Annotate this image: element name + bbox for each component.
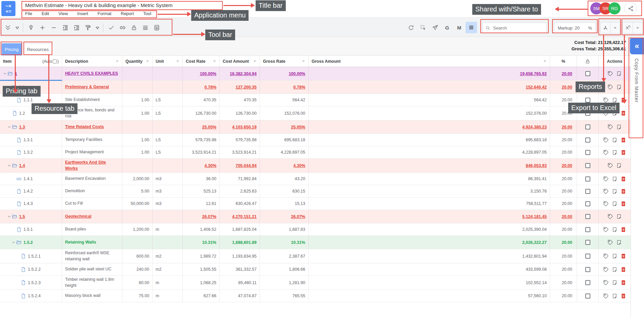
item-cell[interactable]: 1.3.2 [0,146,62,158]
item-cell[interactable]: 1.1 [0,81,62,94]
item-cell[interactable]: 1.5.2.2 [0,263,62,275]
caret-down-icon[interactable] [543,59,547,63]
caret-down-icon[interactable] [302,59,305,63]
gross-rate-cell[interactable]: 43.20 [260,173,309,185]
description-cell[interactable]: Insurance fees, bonds and risk [62,106,122,120]
expand-all-icon[interactable] [2,22,13,33]
row-checkbox[interactable] [585,150,590,155]
google-button[interactable]: G [441,22,453,33]
lock-icon[interactable] [128,22,140,33]
quantity-cell[interactable]: 1.00 [122,146,153,158]
cost-amount-cell[interactable]: 2,625.63 [220,185,260,197]
description-cell[interactable]: HEAVY CIVILS EXAMPLES [62,67,122,80]
unit-cell[interactable]: LS [153,134,183,146]
tag-icon[interactable] [603,176,609,182]
methvin-button[interactable]: M [453,22,465,33]
cost-amount-cell[interactable]: 47,074.87 [220,290,260,302]
note-icon[interactable] [612,110,618,116]
note-icon[interactable] [612,176,618,182]
tag-icon[interactable] [607,214,613,219]
table-row-1.5.2[interactable]: 1.5.2 Retaining Walls 10.31% 1,688,601.8… [0,236,631,249]
indent-icon[interactable] [71,22,82,33]
gross-rate-cell[interactable]: 765.55 [260,290,309,302]
row-checkbox[interactable] [585,227,590,232]
menu-item-report[interactable]: Report [121,11,134,16]
note-icon[interactable] [612,189,618,194]
gross-rate-cell[interactable]: 695,683.18 [260,134,309,146]
description-cell[interactable]: Reinforced earth® MSE retaining wall [62,249,122,263]
description-cell[interactable]: Time Related Costs [62,120,122,134]
tag-icon[interactable] [603,201,609,207]
caret-down-icon[interactable] [176,59,179,63]
row-checkbox[interactable] [585,214,590,219]
description-cell[interactable]: Project Management [62,146,122,158]
gross-amount-cell[interactable]: 152,076.00 [309,106,550,120]
item-cell[interactable]: 1.3.1 [0,134,62,146]
description-cell[interactable]: Soldier pile wall steel UC [62,263,122,275]
gross-amount-cell[interactable]: 5,124,181.45 [309,210,550,223]
chevron-down-icon[interactable] [7,125,11,129]
cost-amount-cell[interactable]: 470.35 [220,94,260,106]
note-icon[interactable] [616,124,622,130]
caret-down-icon[interactable] [213,59,216,63]
unit-cell[interactable]: LS [153,106,183,120]
expand-caret-icon[interactable] [13,22,21,33]
tag-icon[interactable] [607,71,613,76]
item-number[interactable]: 1.5 [19,214,25,219]
note-icon[interactable] [612,280,618,285]
row-checkbox[interactable] [585,254,590,259]
percent-cell[interactable]: 20.00 [550,94,577,106]
cost-rate-cell[interactable]: 25.05% [183,120,220,134]
refresh-icon[interactable] [405,22,417,33]
header-description[interactable]: Description [62,56,122,67]
item-cell[interactable]: 1.2 [0,106,62,120]
gross-rate-cell[interactable]: 1,806.66 [260,263,309,275]
item-cell[interactable]: 1.3 [0,120,62,134]
gross-rate-cell[interactable]: 630.15 [260,185,309,197]
item-number[interactable]: 1.4.2 [23,189,33,194]
unit-cell[interactable]: m2 [153,263,183,275]
cost-rate-cell[interactable]: 36.00 [183,173,220,185]
gross-amount-cell[interactable]: 102,552.14 [309,276,550,289]
table-row-1.4[interactable]: 1.4 Earthworks And Site Works 4.30% 705,… [0,159,631,173]
gross-rate-cell[interactable]: 4,228,697.05 [260,146,309,158]
percent-cell[interactable]: 20.00 [550,106,577,120]
description-cell[interactable]: Site Establishment [62,94,122,106]
item-number[interactable]: 1.3.1 [23,138,33,142]
gross-rate-cell[interactable]: 15.13 [260,198,309,210]
cost-amount-cell[interactable]: 4,270,151.21 [220,210,260,223]
unit-cell[interactable]: m [153,223,183,235]
worksheet-icon[interactable] [621,110,626,116]
percent-cell[interactable]: 20.00 [550,159,577,172]
note-icon[interactable] [616,240,622,245]
table-row-1.3[interactable]: 1.3 Time Related Costs 25.05% 4,103,650.… [0,120,631,134]
worksheet-icon[interactable] [621,176,626,182]
chevron-down-icon[interactable] [7,214,11,219]
percent-cell[interactable]: 20.00 [550,290,577,302]
note-icon[interactable] [612,267,618,272]
tab-pricing[interactable]: Pricing [2,43,22,55]
header-cost-rate[interactable]: Cost Rate [183,56,220,67]
percent-cell[interactable]: 20.00 [550,134,577,146]
percent-cell[interactable]: 20.00 [550,236,577,249]
row-checkbox[interactable] [585,280,590,285]
unit-cell[interactable] [153,236,183,249]
gross-amount-cell[interactable]: 2,026,322.27 [309,236,550,249]
table-row-1.5.2.4[interactable]: 1.5.2.4 Masonry block wall 75.00 m 627.6… [0,290,631,302]
unit-cell[interactable] [153,159,183,172]
remove-row-icon[interactable] [48,22,59,33]
description-cell[interactable]: Earthworks And Site Works [62,159,122,172]
row-checkbox[interactable] [585,294,590,299]
row-checkbox[interactable] [585,98,590,103]
description-cell[interactable]: Demolition [62,185,122,197]
gross-rate-cell[interactable]: 152,076.00 [260,106,309,120]
item-number[interactable]: 1.5.2.4 [28,294,41,298]
percent-cell[interactable]: 20.00 [550,67,577,80]
gross-rate-cell[interactable]: 4.30% [260,159,309,172]
cost-amount-cell[interactable]: 361,332.57 [220,263,260,275]
description-cell[interactable]: Board piles [62,223,122,235]
markup-control[interactable]: Markup: 20 % [554,22,596,33]
description-cell[interactable]: Retaining Walls [62,236,122,249]
unit-cell[interactable] [153,210,183,223]
gross-rate-cell[interactable]: 25.05% [260,120,309,134]
